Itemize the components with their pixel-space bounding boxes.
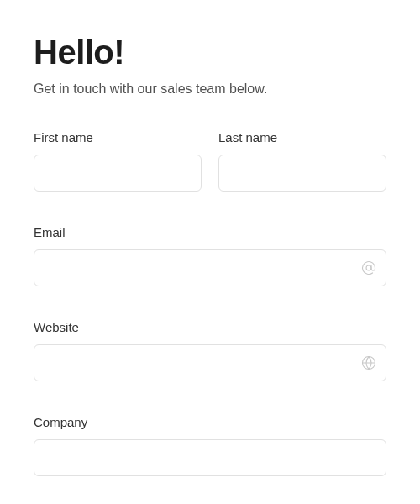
- company-input-wrap: [34, 439, 386, 476]
- first-name-input-wrap: [34, 155, 202, 192]
- first-name-field[interactable]: [34, 155, 202, 192]
- last-name-label: Last name: [218, 130, 386, 144]
- website-input-wrap: [34, 344, 386, 381]
- website-field-group: Website: [34, 320, 386, 381]
- first-name-label: First name: [34, 130, 202, 144]
- last-name-input-wrap: [218, 155, 386, 192]
- page-subtitle: Get in touch with our sales team below.: [34, 81, 386, 97]
- company-field-group: Company: [34, 415, 386, 476]
- name-row: First name Last name: [34, 130, 386, 192]
- globe-icon: [361, 355, 376, 370]
- website-label: Website: [34, 320, 386, 334]
- svg-point-0: [366, 265, 371, 270]
- page-title: Hello!: [34, 34, 386, 71]
- website-field[interactable]: [34, 344, 386, 381]
- last-name-field[interactable]: [218, 155, 386, 192]
- email-label: Email: [34, 225, 386, 239]
- last-name-field-group: Last name: [218, 130, 386, 192]
- first-name-field-group: First name: [34, 130, 202, 192]
- email-field-group: Email: [34, 225, 386, 286]
- email-field[interactable]: [34, 249, 386, 286]
- company-field[interactable]: [34, 439, 386, 476]
- email-input-wrap: [34, 249, 386, 286]
- at-icon: [361, 260, 376, 276]
- contact-form: First name Last name Email Website: [34, 130, 386, 476]
- company-label: Company: [34, 415, 386, 429]
